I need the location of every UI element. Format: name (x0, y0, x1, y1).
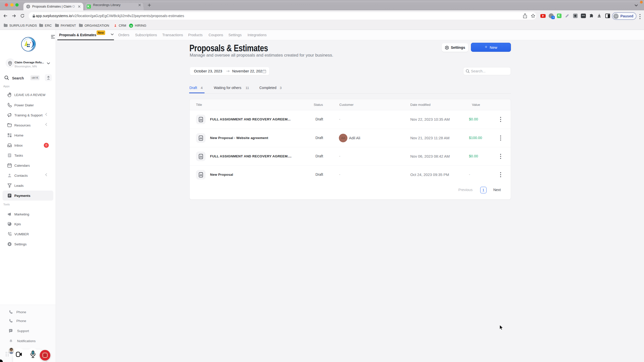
svg-text:up: up (130, 25, 132, 27)
